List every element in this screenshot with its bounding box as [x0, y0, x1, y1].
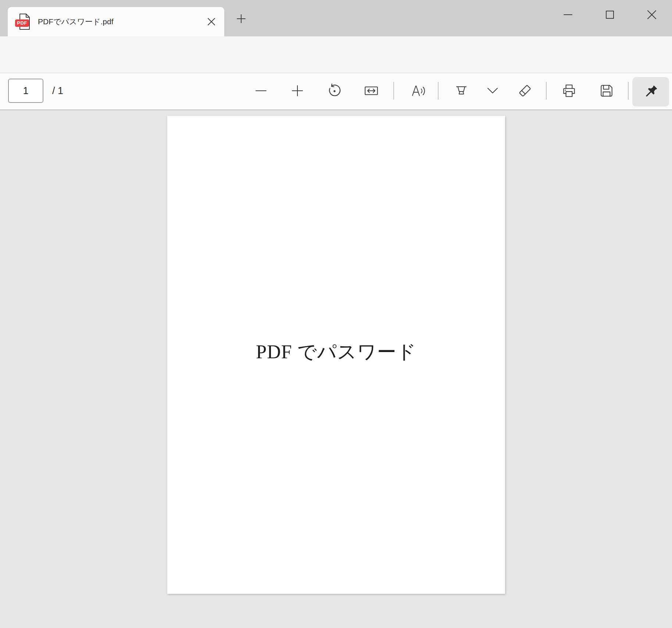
pdf-toolbar: / 1: [0, 73, 672, 110]
pin-toolbar-button[interactable]: [632, 77, 669, 107]
save-icon[interactable]: [596, 80, 617, 101]
toolbar-separator: [438, 82, 439, 100]
titlebar: PDF PDFでパスワード.pdf: [0, 0, 672, 36]
browser-window: PDF PDFでパスワード.pdf: [0, 0, 672, 628]
tab-title: PDFでパスワード.pdf: [38, 17, 205, 27]
highlight-icon[interactable]: [451, 80, 472, 101]
minimize-icon[interactable]: [556, 3, 580, 26]
pdf-page[interactable]: PDF でパスワード: [167, 116, 505, 594]
toolbar-separator: [628, 82, 629, 100]
zoom-out-icon[interactable]: [251, 80, 271, 101]
pin-icon: [643, 84, 659, 100]
erase-icon[interactable]: [515, 80, 535, 101]
pdf-badge-label: PDF: [15, 19, 29, 27]
toolbar-separator: [546, 82, 547, 100]
page-count-label: / 1: [52, 85, 63, 97]
browser-toolbar: ファイル C:/Users...: [0, 36, 672, 73]
active-tab[interactable]: PDF PDFでパスワード.pdf: [8, 7, 224, 36]
chevron-down-icon[interactable]: [482, 80, 503, 101]
page-number-input[interactable]: [8, 79, 43, 103]
zoom-in-icon[interactable]: [287, 80, 308, 101]
window-controls: [538, 0, 664, 29]
maximize-icon[interactable]: [598, 3, 622, 26]
rotate-icon[interactable]: [324, 80, 345, 101]
pdf-viewer-area: PDF でパスワード: [0, 110, 672, 628]
tab-close-icon[interactable]: [205, 15, 218, 28]
pdf-file-icon: PDF: [17, 13, 32, 30]
read-aloud-icon[interactable]: [407, 80, 428, 101]
print-icon[interactable]: [559, 80, 579, 101]
new-tab-plus-icon[interactable]: [235, 12, 248, 25]
close-icon[interactable]: [640, 3, 664, 26]
fit-to-width-icon[interactable]: [361, 80, 382, 101]
toolbar-separator: [393, 82, 394, 100]
pdf-page-text: PDF でパスワード: [167, 339, 505, 365]
